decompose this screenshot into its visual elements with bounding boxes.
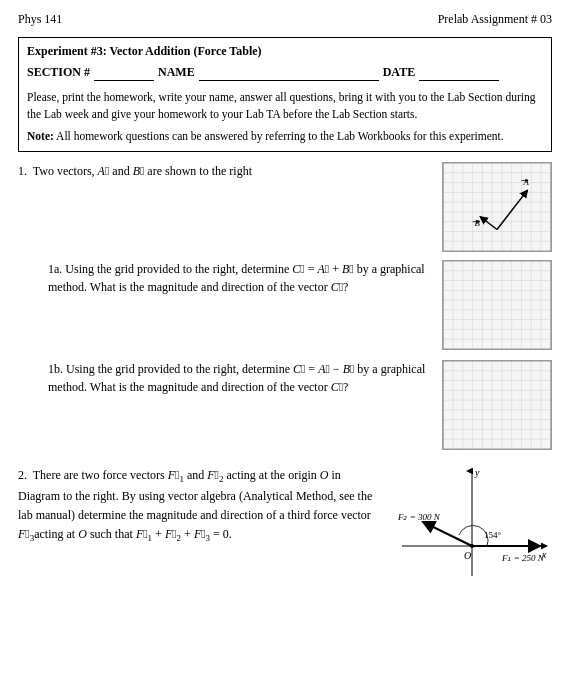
q1-text: 1. Two vectors, A⃗ and B⃗ are shown to t… <box>18 162 442 179</box>
svg-rect-45 <box>443 261 551 349</box>
q1a-row: 1a. Using the grid provided to the right… <box>48 260 552 350</box>
svg-rect-64 <box>443 361 551 449</box>
q1a-text: 1a. Using the grid provided to the right… <box>48 260 442 297</box>
q1-grid: A B <box>442 162 552 252</box>
svg-text:O: O <box>464 550 471 561</box>
q2-text: 2. There are two force vectors F⃗1 and F… <box>18 466 382 546</box>
section-label: SECTION # <box>27 65 90 80</box>
svg-text:F₁ = 250 N: F₁ = 250 N <box>501 553 545 563</box>
acting-text: acting <box>226 468 255 482</box>
q1b-grid <box>442 360 552 450</box>
svg-line-72 <box>423 522 472 546</box>
header-left: Phys 141 <box>18 12 62 27</box>
q1-row: 1. Two vectors, A⃗ and B⃗ are shown to t… <box>18 162 552 252</box>
name-label: NAME <box>158 65 195 80</box>
date-label: DATE <box>383 65 415 80</box>
q2-area: 2. There are two force vectors F⃗1 and F… <box>18 466 552 586</box>
note-bold: Note: <box>27 130 54 142</box>
note-line: Note: All homework questions can be answ… <box>27 128 543 145</box>
q1a-grid <box>442 260 552 350</box>
header-center: Prelab Assignment # 03 <box>438 12 552 27</box>
instructions: Please, print the homework, write your n… <box>27 89 543 124</box>
question-area: 1. Two vectors, A⃗ and B⃗ are shown to t… <box>18 162 552 586</box>
svg-line-23 <box>480 217 497 230</box>
svg-line-19 <box>497 190 527 229</box>
svg-point-75 <box>470 544 474 548</box>
page: Phys 141 Prelab Assignment # 03 Experime… <box>0 0 570 700</box>
svg-text:y: y <box>474 467 480 478</box>
date-field[interactable] <box>419 65 499 81</box>
svg-rect-18 <box>443 163 551 251</box>
q2-diagram: y x O F₁ = 250 N F₂ = 300 N <box>392 466 552 586</box>
svg-text:154°: 154° <box>484 530 502 540</box>
note-text: All homework questions can be answered b… <box>56 130 504 142</box>
header: Phys 141 Prelab Assignment # 03 <box>18 12 552 27</box>
experiment-box: Experiment #3: Vector Addition (Force Ta… <box>18 37 552 152</box>
section-row: SECTION # NAME DATE <box>27 65 543 81</box>
q1b-row: 1b. Using the grid provided to the right… <box>48 360 552 450</box>
section-field[interactable] <box>94 65 154 81</box>
experiment-title: Experiment #3: Vector Addition (Force Ta… <box>27 44 543 59</box>
svg-text:F₂ = 300 N: F₂ = 300 N <box>397 512 441 522</box>
name-field[interactable] <box>199 65 379 81</box>
q1b-text: 1b. Using the grid provided to the right… <box>48 360 442 397</box>
